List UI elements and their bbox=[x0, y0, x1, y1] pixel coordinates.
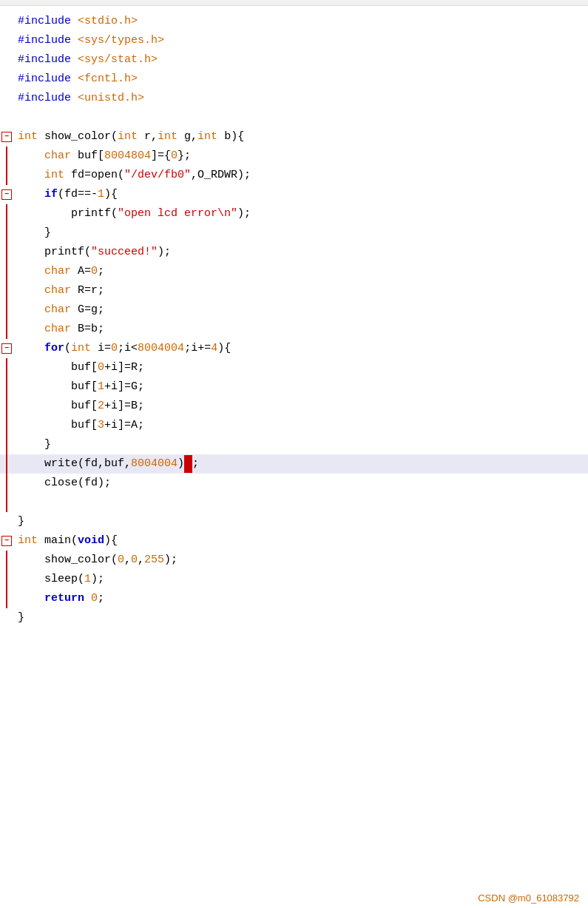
plain bbox=[18, 320, 44, 338]
plain: g, bbox=[178, 128, 197, 146]
code-content: #include <sys/types.h> bbox=[13, 31, 588, 50]
gutter bbox=[0, 454, 13, 474]
plain: ) bbox=[178, 455, 184, 473]
keyword: #include bbox=[18, 13, 71, 30]
plain: r, bbox=[138, 128, 158, 146]
code-content: int show_color(int r,int g,int b){ bbox=[13, 127, 588, 147]
fold-icon[interactable]: − bbox=[1, 132, 12, 142]
type-keyword: int bbox=[44, 167, 64, 184]
plain: printf( bbox=[18, 243, 91, 261]
include-path: <sys/types.h> bbox=[78, 32, 164, 50]
number: 8004004 bbox=[138, 340, 184, 357]
plain: A= bbox=[71, 263, 91, 280]
plain bbox=[18, 590, 44, 608]
code-line-highlighted: write(fd,buf,8004004) ; bbox=[0, 454, 588, 474]
plain bbox=[71, 90, 78, 107]
gutter bbox=[0, 551, 13, 570]
number: 0 bbox=[171, 147, 178, 165]
include-path: <unistd.h> bbox=[78, 90, 144, 107]
code-line: buf[3+i]=A; bbox=[0, 416, 588, 435]
number: 0 bbox=[131, 551, 138, 569]
code-content: #include <stdio.h> bbox=[13, 12, 588, 31]
plain: b){ bbox=[217, 128, 244, 146]
plain: write(fd,buf, bbox=[18, 455, 131, 473]
top-bar bbox=[0, 0, 588, 6]
plain bbox=[18, 301, 44, 319]
plain: ;i+= bbox=[184, 340, 211, 357]
plain bbox=[71, 32, 78, 50]
gutter bbox=[0, 31, 13, 50]
code-content: char A=0; bbox=[13, 262, 588, 281]
keyword: for bbox=[44, 340, 64, 357]
code-content: char R=r; bbox=[13, 281, 588, 300]
gutter: − bbox=[0, 127, 13, 147]
plain: } bbox=[18, 224, 51, 242]
keyword: #include bbox=[18, 32, 71, 50]
type-keyword: int bbox=[18, 532, 38, 550]
code-line: char G=g; bbox=[0, 300, 588, 320]
code-line: printf("succeed!"); bbox=[0, 243, 588, 262]
gutter bbox=[0, 223, 13, 243]
plain: ( bbox=[64, 340, 71, 357]
code-line: printf("open lcd error\n"); bbox=[0, 204, 588, 223]
plain bbox=[71, 13, 78, 30]
code-content: } bbox=[13, 512, 588, 531]
fold-icon[interactable]: − bbox=[1, 343, 12, 354]
cursor bbox=[184, 455, 192, 473]
include-path: <stdio.h> bbox=[78, 13, 138, 30]
plain: buf[ bbox=[18, 417, 98, 434]
number: 3 bbox=[98, 417, 104, 434]
fold-icon[interactable]: − bbox=[1, 189, 12, 200]
plain: ){ bbox=[217, 340, 231, 357]
plain: ,O_RDWR); bbox=[191, 167, 251, 184]
gutter bbox=[0, 493, 13, 512]
number: 4 bbox=[211, 340, 217, 357]
plain: i= bbox=[91, 340, 111, 357]
plain: ; bbox=[98, 590, 104, 608]
plain: show_color( bbox=[18, 551, 118, 569]
code-content: return 0; bbox=[13, 589, 588, 608]
plain: }; bbox=[178, 147, 191, 165]
code-content: buf[2+i]=B; bbox=[13, 397, 588, 416]
code-content: close(fd); bbox=[13, 474, 588, 493]
code-content: } bbox=[13, 608, 588, 628]
code-line: int fd=open("/dev/fb0",O_RDWR); bbox=[0, 166, 588, 185]
code-line: − int main(void){ bbox=[0, 531, 588, 551]
code-line: char buf[8004804]={0}; bbox=[0, 147, 588, 166]
plain: ]={ bbox=[151, 147, 171, 165]
code-line: − int show_color(int r,int g,int b){ bbox=[0, 127, 588, 147]
number: 255 bbox=[144, 551, 164, 569]
plain: +i]=G; bbox=[104, 378, 144, 396]
plain: close(fd); bbox=[18, 474, 111, 492]
gutter: − bbox=[0, 185, 13, 204]
gutter bbox=[0, 608, 13, 628]
code-content: buf[3+i]=A; bbox=[13, 416, 588, 435]
plain: ); bbox=[237, 205, 251, 223]
gutter bbox=[0, 50, 13, 70]
plain: main( bbox=[38, 532, 78, 550]
plain bbox=[18, 147, 44, 165]
number: 2 bbox=[98, 397, 104, 415]
plain: printf( bbox=[18, 205, 118, 223]
plain: , bbox=[138, 551, 144, 569]
code-content: printf("open lcd error\n"); bbox=[13, 204, 588, 223]
keyword: if bbox=[44, 186, 58, 204]
type-keyword: char bbox=[44, 147, 71, 165]
watermark: CSDN @m0_61083792 bbox=[478, 891, 579, 907]
code-content: write(fd,buf,8004004) ; bbox=[13, 454, 588, 474]
gutter bbox=[0, 12, 13, 31]
plain: (fd==- bbox=[58, 186, 98, 204]
code-line: #include <stdio.h> bbox=[0, 12, 588, 31]
plain bbox=[84, 590, 91, 608]
code-line: return 0; bbox=[0, 589, 588, 608]
plain: G=g; bbox=[71, 301, 104, 319]
plain: sleep( bbox=[18, 571, 84, 588]
code-line: char R=r; bbox=[0, 281, 588, 300]
keyword: return bbox=[44, 590, 84, 608]
code-content: char G=g; bbox=[13, 300, 588, 320]
plain: buf[ bbox=[18, 397, 98, 415]
number: 1 bbox=[84, 571, 91, 588]
fold-icon[interactable]: − bbox=[1, 536, 12, 546]
gutter bbox=[0, 204, 13, 223]
plain: show_color( bbox=[38, 128, 118, 146]
